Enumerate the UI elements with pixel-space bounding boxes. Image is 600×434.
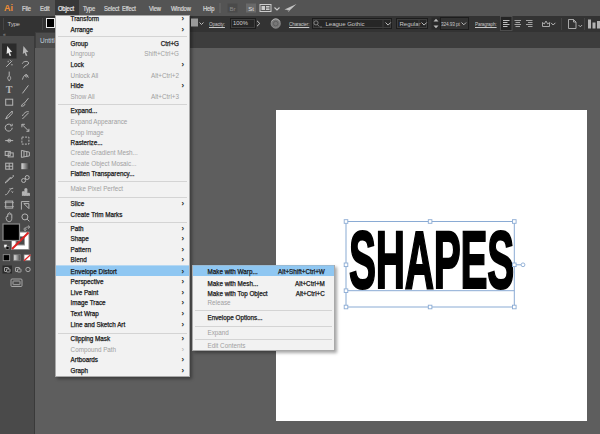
svg-text:T: T	[6, 84, 13, 95]
svg-text:Br: Br	[230, 6, 236, 12]
svg-text:St: St	[248, 6, 254, 12]
svg-text:«: «	[3, 32, 6, 37]
